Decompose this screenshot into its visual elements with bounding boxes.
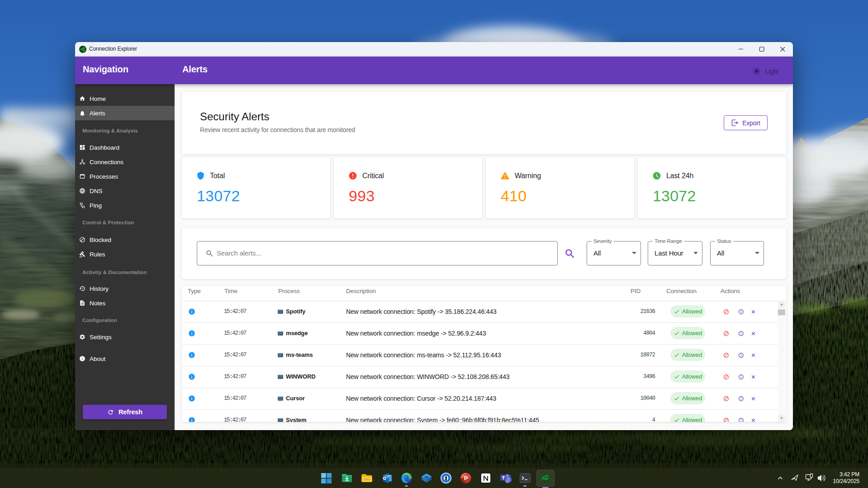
svg-text:P: P (464, 475, 468, 482)
